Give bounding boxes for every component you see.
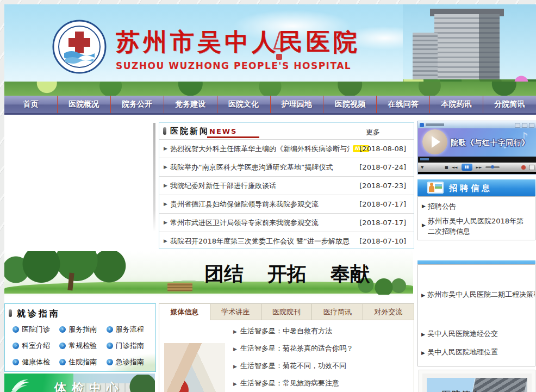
guide-item-inpatient-guide[interactable]: ›住院指南 [59,357,106,367]
tab-academic-lectures[interactable]: 学术讲座 [210,304,261,320]
news-more-link[interactable]: 更多 [366,127,380,137]
next-icon[interactable]: ►► [476,165,482,170]
announcement-item[interactable]: ▶吴中人民医院途经公交 [421,329,498,339]
news-row: ▶ 贵州省德江县妇幼保健院领导前来我院参观交流 [2018-07-17] [159,195,414,214]
slideshow-area[interactable] [4,119,156,249]
nav-item-affairs[interactable]: 院务公开 [110,96,164,113]
arrow-icon: ▶ [164,214,167,232]
news-link[interactable]: 我院召开2018年度第三次党委工作会议 暨“进一步解放思想 [170,232,350,250]
guide-item-service-guide[interactable]: ›服务指南 [59,325,106,334]
announcement-item[interactable]: ▶吴中人民医院地理位置 [421,347,498,357]
minimize-icon[interactable] [515,123,520,128]
nav-item-qa[interactable]: 在线问答 [376,96,429,113]
circle-arrow-icon: › [107,343,113,349]
arrow-icon: ▶ [233,364,237,369]
nav-item-pharmacy[interactable]: 本院药讯 [429,96,483,113]
news-link[interactable]: 我院纪委对新任干部进行廉政谈话 [170,177,276,195]
media-item[interactable]: ▶生活智多星：中暑自救有方法 [233,322,407,340]
circle-arrow-icon: › [13,343,19,349]
arrow-icon: ▶ [164,158,167,176]
arrow-icon: ▶ [233,346,237,352]
hospital-name-cn: 苏州市吴中人民医院 [116,26,360,58]
volume-slider[interactable] [485,166,500,168]
nav-item-party[interactable]: 党务建设 [164,96,217,113]
media-link[interactable]: 生活智多星：菊花不同，功效不同 [240,362,346,370]
news-link[interactable]: 常州市武进区卫计局领导专家前来我院参观交流 [170,214,319,232]
volume-handle[interactable] [491,165,494,169]
arrow-icon: ▶ [164,140,167,158]
media-link[interactable]: 生活智多星：中暑自救有方法 [240,327,332,335]
media-link[interactable]: 生活智多星：常见旅游病要注意 [240,379,339,387]
arrow-icon: ▶ [233,381,237,387]
announcement-link[interactable]: 苏州市吴中人民医院二期工程决策事 [427,290,535,298]
player-name-text [426,123,444,126]
nav-item-home[interactable]: 首页 [4,96,57,113]
guide-item-outpatient-guide[interactable]: ›门诊指南 [107,341,153,351]
checkup-center-banner[interactable]: 体检中心 [4,374,155,392]
guide-item-outpatient[interactable]: ›医院门诊 [13,325,59,334]
tab-hospital-journal[interactable]: 医院院刊 [261,304,313,320]
pause-button[interactable]: ▮▮ [462,164,472,171]
news-link[interactable]: 热烈祝贺大外科主任陈革华主编的《新编外科疾病诊断与治 [170,140,350,158]
stop-icon[interactable]: ■ [445,165,448,170]
arrow-icon: ▶ [422,201,426,211]
bird-logo-icon [10,378,32,392]
bench-decoration [167,283,192,291]
guide-item-emergency-guide[interactable]: ›急诊指南 [107,357,153,367]
guide-label: 常规检验 [68,341,97,351]
record-icon[interactable] [521,165,526,170]
announcement-link[interactable]: 吴中人民医院途经公交 [427,329,498,338]
previous-icon[interactable]: ◄◄ [452,165,458,170]
recruit-item[interactable]: ▶ 苏州市吴中人民医院2018年第二次招聘信息 [418,211,535,237]
news-title-en: NEWS [209,127,237,135]
guide-label: 医院门诊 [22,325,50,334]
circle-arrow-icon: › [13,326,19,333]
playlist-icon[interactable]: ▼ [421,165,423,170]
recruit-link[interactable]: 苏州市吴中人民医院2018年第二次招聘信息 [428,217,523,235]
video-player: ♪ ♫ 院歌《与红十字同行》 ▼ ■ ◄◄ ▮▮ ►► [417,121,536,175]
hospital-intro-card[interactable]: 医院简介 [419,370,535,392]
guide-item-routine-tests[interactable]: ›常规检验 [59,341,106,351]
recruit-title: 招聘信息 [449,183,493,194]
guide-item-departments[interactable]: ›科室介绍 [13,341,59,351]
checkup-title: 体检中心 [54,380,124,392]
recruit-panel: ▶ 招聘公告 ▶ 苏州市吴中人民医院2018年第二次招聘信息 [417,196,535,240]
tab-media-info[interactable]: 媒体信息 [159,304,210,320]
nav-item-culture[interactable]: 医院文化 [217,96,270,113]
recruit-item[interactable]: ▶ 招聘公告 [418,197,535,211]
arrow-icon: ▶ [421,293,425,298]
media-item[interactable]: ▶生活智多星：常见旅游病要注意 [233,375,407,392]
nav-item-overview[interactable]: 医院概况 [57,96,110,113]
guide-item-health-checkup[interactable]: ›健康体检 [13,357,59,367]
maximize-icon[interactable] [522,123,527,128]
announcement-item[interactable]: ▶苏州市吴中人民医院二期工程决策事 [421,290,535,300]
quality-label [420,158,429,160]
player-screen[interactable]: ♪ ♫ 院歌《与红十字同行》 [418,128,536,157]
close-icon[interactable] [529,123,534,128]
announcement-link[interactable]: 吴中人民医院地理位置 [427,348,498,356]
nav-item-branch[interactable]: 分院简讯 [483,96,536,113]
site-title: 苏州市吴中人民医院 SUZHOU WUZHONG PEOPLE'S HOSPIT… [116,26,360,71]
hospital-name-en: SUZHOU WUZHONG PEOPLE'S HOSPITAL [116,60,360,71]
visit-guide-panel: 就诊指南 ›医院门诊 ›服务指南 ›服务流程 ›科室介绍 ›常规检验 ›门诊指南… [4,303,156,372]
nav-item-nursing[interactable]: 护理园地 [270,96,323,113]
news-red-underline [207,136,259,138]
news-row: ▶ 我院召开2018年度第三次党委工作会议 暨“进一步解放思想 [2018-07… [159,232,414,250]
info-tabs-panel: 媒体信息 学术讲座 医院院刊 医疗简讯 对外交流 ▶生活智多星：中暑自救有方法 … [159,303,414,392]
media-item[interactable]: ▶生活智多星：菊花茶真的适合你吗？ [233,340,407,357]
tab-medical-briefs[interactable]: 医疗简讯 [312,304,363,320]
recruit-link[interactable]: 招聘公告 [428,202,456,210]
tab-external-exchange[interactable]: 对外交流 [363,304,414,320]
guide-grid: ›医院门诊 ›服务指南 ›服务流程 ›科室介绍 ›常规检验 ›门诊指南 ›健康体… [5,321,155,367]
news-link[interactable]: 贵州省德江县妇幼保健院领导前来我院参观交流 [170,195,319,213]
song-title: 院歌《与红十字同行》 [451,138,529,148]
media-link[interactable]: 生活智多星：菊花茶真的适合你吗？ [240,344,353,352]
nav-item-video[interactable]: 医院视频 [323,96,376,113]
settings-toggle-icon[interactable] [529,165,534,170]
news-link[interactable]: 我院举办“南京医科大学医患沟通研究基地”揭牌仪式 [170,158,333,176]
slogan-banner: 团结 开拓 奉献 [4,251,413,297]
play-button[interactable] [422,129,447,154]
media-item[interactable]: ▶生活智多星：菊花不同，功效不同 [233,357,407,375]
news-date: [2018-07-23] [359,177,406,195]
guide-item-service-flow[interactable]: ›服务流程 [107,325,153,334]
